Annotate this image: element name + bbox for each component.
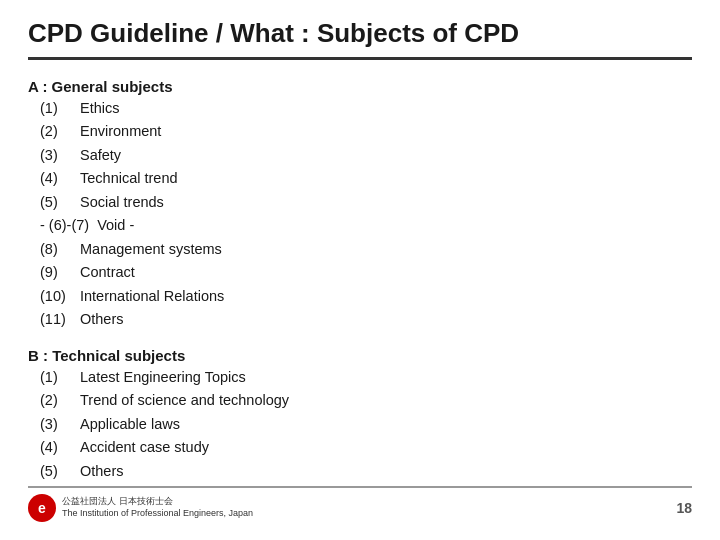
item-num: (3): [40, 413, 72, 435]
footer-logo: e 公益社団法人 日本技術士会 The Institution of Profe…: [28, 494, 253, 522]
item-label: Void -: [97, 214, 134, 236]
list-item: (2)Environment: [40, 120, 692, 142]
item-label: Ethics: [80, 97, 120, 119]
section-b-header: B : Technical subjects: [28, 347, 692, 364]
item-num: (5): [40, 460, 72, 482]
item-label: Technical trend: [80, 167, 178, 189]
item-label: Latest Engineering Topics: [80, 366, 246, 388]
section-a: A : General subjects (1)Ethics(2)Environ…: [28, 78, 692, 331]
item-label: Accident case study: [80, 436, 209, 458]
item-label: Applicable laws: [80, 413, 180, 435]
list-item: (10)International Relations: [40, 285, 692, 307]
list-item: (5)Others: [40, 460, 692, 482]
item-num: (3): [40, 144, 72, 166]
item-num: (2): [40, 389, 72, 411]
logo-text-line2: The Institution of Professional Engineer…: [62, 508, 253, 520]
item-label: Contract: [80, 261, 135, 283]
item-num: (1): [40, 366, 72, 388]
item-label: Others: [80, 308, 124, 330]
section-a-header: A : General subjects: [28, 78, 692, 95]
item-num: (10): [40, 285, 72, 307]
item-num: (11): [40, 308, 72, 330]
footer: e 公益社団法人 日本技術士会 The Institution of Profe…: [28, 486, 692, 522]
logo-circle: e: [28, 494, 56, 522]
item-num: (4): [40, 167, 72, 189]
slide: CPD Guideline / What : Subjects of CPD A…: [0, 0, 720, 540]
item-label: Safety: [80, 144, 121, 166]
item-num: - (6)-(7): [40, 214, 89, 236]
list-item: (3)Safety: [40, 144, 692, 166]
item-num: (4): [40, 436, 72, 458]
logo-letter: e: [38, 500, 46, 516]
section-b: B : Technical subjects (1)Latest Enginee…: [28, 347, 692, 482]
item-label: Social trends: [80, 191, 164, 213]
slide-title: CPD Guideline / What : Subjects of CPD: [28, 18, 692, 60]
item-num: (1): [40, 97, 72, 119]
list-item: (8)Management systems: [40, 238, 692, 260]
logo-text: 公益社団法人 日本技術士会 The Institution of Profess…: [62, 496, 253, 519]
page-number: 18: [676, 500, 692, 516]
list-item: (2)Trend of science and technology: [40, 389, 692, 411]
item-label: Trend of science and technology: [80, 389, 289, 411]
logo-text-line1: 公益社団法人 日本技術士会: [62, 496, 253, 508]
list-item: (5)Social trends: [40, 191, 692, 213]
list-item: (9)Contract: [40, 261, 692, 283]
content-area: A : General subjects (1)Ethics(2)Environ…: [28, 78, 692, 486]
list-item: - (6)-(7)Void -: [40, 214, 692, 236]
list-item: (4)Accident case study: [40, 436, 692, 458]
list-item: (11)Others: [40, 308, 692, 330]
item-label: Others: [80, 460, 124, 482]
list-item: (1)Latest Engineering Topics: [40, 366, 692, 388]
item-num: (9): [40, 261, 72, 283]
list-item: (1)Ethics: [40, 97, 692, 119]
item-label: Environment: [80, 120, 161, 142]
section-b-items: (1)Latest Engineering Topics(2)Trend of …: [28, 366, 692, 482]
list-item: (3)Applicable laws: [40, 413, 692, 435]
item-label: International Relations: [80, 285, 224, 307]
section-a-items: (1)Ethics(2)Environment(3)Safety(4)Techn…: [28, 97, 692, 331]
item-label: Management systems: [80, 238, 222, 260]
item-num: (8): [40, 238, 72, 260]
list-item: (4)Technical trend: [40, 167, 692, 189]
item-num: (2): [40, 120, 72, 142]
item-num: (5): [40, 191, 72, 213]
